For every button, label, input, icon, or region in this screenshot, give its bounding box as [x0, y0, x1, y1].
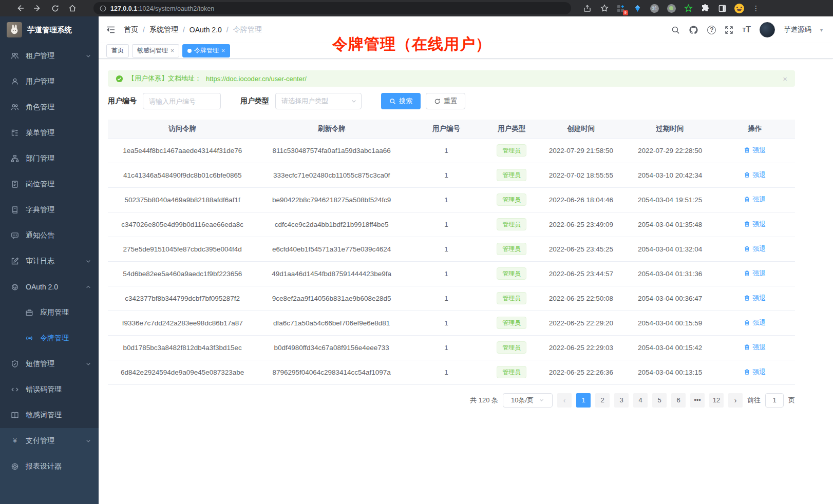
share-icon[interactable] [578, 2, 596, 15]
font-size-icon[interactable]: TT [742, 25, 751, 34]
app-logo[interactable]: 芋道管理系统 [0, 16, 99, 43]
breadcrumb-system[interactable]: 系统管理 [149, 25, 178, 34]
search-icon[interactable] [671, 26, 680, 34]
created-time-cell: 2022-07-29 21:58:50 [537, 138, 625, 163]
sidebar-item-dept[interactable]: 部门管理 [0, 146, 99, 171]
doc-link[interactable]: https://doc.iocoder.cn/user-center/ [206, 75, 307, 83]
sidebar-item-pay[interactable]: ¥ 支付管理 [0, 428, 99, 454]
force-logout-button[interactable]: 强退 [744, 220, 766, 229]
force-logout-button[interactable]: 强退 [744, 244, 766, 254]
page-size-select[interactable]: 10条/页 [503, 393, 553, 408]
sidebar-item-oauth-app[interactable]: 应用管理 [0, 300, 99, 325]
alert-close-icon[interactable]: × [783, 74, 787, 83]
gem-extension-icon[interactable] [632, 3, 642, 13]
browser-menu-icon[interactable]: ⋮ [751, 3, 761, 13]
reload-icon[interactable] [46, 2, 64, 15]
tab-sensitive-word[interactable]: 敏感词管理 × [132, 44, 179, 57]
green-star-extension-icon[interactable] [683, 3, 693, 13]
users-icon [11, 52, 19, 60]
extension-grid-icon[interactable]: 9 [615, 3, 626, 13]
tab-token[interactable]: 令牌管理 × [182, 44, 230, 57]
sidebar-extension-icon[interactable] [717, 3, 727, 13]
refresh-token-cell: 333ecfc71e02480cb11055c875c3ca0f [257, 163, 406, 187]
forward-icon[interactable] [29, 2, 46, 15]
page-content: 【用户体系】文档地址： https://doc.iocoder.cn/user-… [99, 59, 833, 418]
back-icon[interactable] [11, 2, 29, 15]
address-bar[interactable]: 127.0.0.1:1024/system/oauth2/token [93, 2, 571, 14]
github-icon[interactable] [689, 25, 698, 35]
close-icon[interactable]: × [221, 47, 225, 54]
puzzle-extension-icon[interactable] [700, 3, 710, 13]
logo-avatar [7, 22, 22, 37]
page-button-4[interactable]: 4 [633, 393, 648, 408]
user-type-select[interactable]: 请选择用户类型 [275, 93, 362, 109]
url-host: 127.0.0.1 [110, 5, 137, 12]
page-button-3[interactable]: 3 [614, 393, 629, 408]
force-logout-button[interactable]: 强退 [744, 318, 766, 327]
help-icon[interactable]: ? [707, 26, 716, 34]
force-logout-button[interactable]: 强退 [744, 294, 766, 303]
sidebar-item-post[interactable]: 岗位管理 [0, 171, 99, 197]
user-id-input[interactable] [143, 93, 221, 109]
active-dot [187, 49, 192, 53]
force-logout-button[interactable]: 强退 [744, 170, 766, 180]
fullscreen-icon[interactable] [725, 26, 733, 34]
tab-home[interactable]: 首页 [106, 44, 129, 57]
table-row: c347026e805e4d99b0d116eae66eda8c cdfc4ce… [108, 212, 795, 237]
created-time-cell: 2022-06-26 18:04:46 [537, 187, 625, 212]
page-button-2[interactable]: 2 [595, 393, 610, 408]
sidebar-item-user[interactable]: 用户管理 [0, 69, 99, 94]
sidebar-item-oauth[interactable]: OAuth 2.0 [0, 274, 99, 300]
user-type-badge: 管理员 [497, 169, 526, 181]
created-time-cell: 2022-06-25 23:49:09 [537, 212, 625, 237]
breadcrumb: 首页 / 系统管理 / OAuth 2.0 / 令牌管理 [124, 25, 262, 34]
goto-page-input[interactable] [765, 393, 784, 408]
avatar-extension-icon[interactable] [734, 3, 744, 13]
users-icon [11, 103, 19, 111]
breadcrumb-oauth[interactable]: OAuth 2.0 [190, 26, 222, 34]
sidebar-item-audit-log[interactable]: 审计日志 [0, 248, 99, 274]
force-logout-button[interactable]: 强退 [744, 146, 766, 155]
sidebar-item-sensitive-word[interactable]: 敏感词管理 [0, 402, 99, 428]
dot-extension-icon[interactable] [666, 3, 676, 13]
force-logout-button[interactable]: 强退 [744, 367, 766, 377]
caret-down-icon[interactable]: ▾ [820, 27, 823, 33]
page-button-5[interactable]: 5 [652, 393, 667, 408]
breadcrumb-home[interactable]: 首页 [124, 25, 138, 34]
close-icon[interactable]: × [171, 47, 174, 54]
bookmark-star-icon[interactable] [596, 2, 613, 15]
username[interactable]: 芋道源码 [784, 25, 811, 34]
site-info-icon [100, 5, 106, 12]
prev-page-button[interactable]: ‹ [557, 393, 572, 408]
search-button[interactable]: 搜索 [381, 93, 421, 109]
more-pages-button[interactable]: ••• [690, 393, 705, 408]
force-logout-button[interactable]: 强退 [744, 343, 766, 352]
expire-time-cell: 2054-03-04 00:15:59 [625, 311, 714, 335]
sidebar-item-dict[interactable]: 字典管理 [0, 197, 99, 223]
sidebar-item-notice[interactable]: 通知公告 [0, 223, 99, 248]
sidebar-item-error-code[interactable]: 错误码管理 [0, 377, 99, 402]
ring-icon [11, 462, 19, 471]
column-header: 创建时间 [537, 120, 625, 138]
command-extension-icon[interactable]: ⌘ [649, 3, 659, 13]
access-token-cell: b0d1785bc3a8482f812db4a3f3bd15ec [108, 335, 257, 360]
table-row: 54d6be82ee5a460a9aedc1f9bf223656 49d1aa4… [108, 261, 795, 286]
next-page-button[interactable]: › [728, 393, 743, 408]
sidebar-item-oauth-token[interactable]: 令牌管理 [0, 325, 99, 351]
page-button-12[interactable]: 12 [709, 393, 724, 408]
column-header: 操作 [715, 120, 795, 138]
force-logout-button[interactable]: 强退 [744, 195, 766, 204]
sidebar-item-report-designer[interactable]: 报表设计器 [0, 454, 99, 479]
sidebar-item-role[interactable]: 角色管理 [0, 94, 99, 120]
reset-button[interactable]: 重置 [426, 93, 465, 109]
sidebar-item-tenant[interactable]: 租户管理 [0, 43, 99, 69]
force-logout-button[interactable]: 强退 [744, 269, 766, 278]
page-button-6[interactable]: 6 [671, 393, 686, 408]
sidebar-item-menu[interactable]: 菜单管理 [0, 120, 99, 146]
user-avatar[interactable] [760, 22, 775, 37]
page-button-1[interactable]: 1 [576, 393, 591, 408]
home-icon[interactable] [64, 2, 81, 15]
sidebar-item-sms[interactable]: 短信管理 [0, 351, 99, 377]
menu-fold-icon[interactable] [106, 25, 116, 34]
chevron-down-icon [85, 258, 91, 264]
